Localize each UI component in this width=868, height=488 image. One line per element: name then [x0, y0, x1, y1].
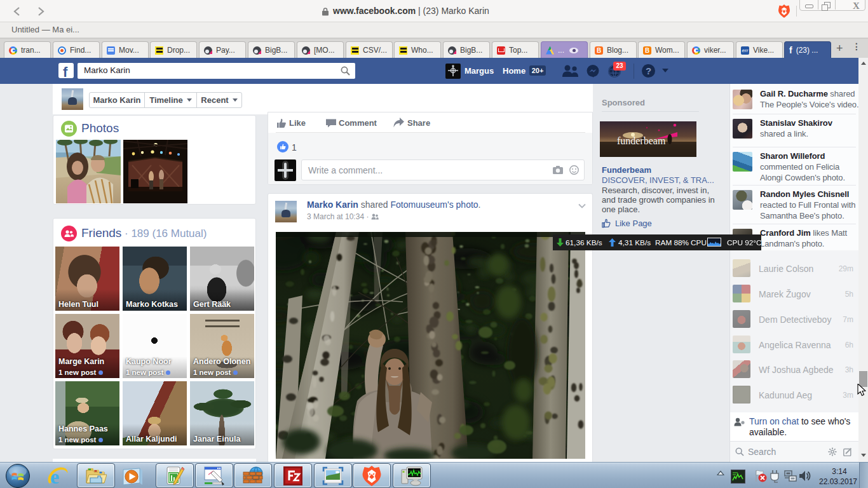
svg-text:funderbeam: funderbeam: [617, 135, 666, 146]
